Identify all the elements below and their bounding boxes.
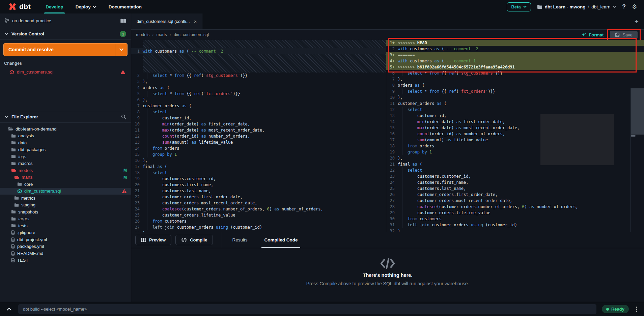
tree-item--gitignore[interactable]: .gitignore [0,229,131,236]
beta-button[interactable]: Beta [507,2,531,11]
code-line[interactable]: 14 from orders [131,145,386,151]
breadcrumb-models[interactable]: models [136,32,149,37]
tree-item-models[interactable]: modelsM [0,167,131,174]
command-input[interactable] [18,304,596,314]
code-line[interactable]: 2 select * from {{ ref('stg_customers')}… [131,73,386,79]
code-line[interactable]: 9 select * from {{ ref('fct_orders')}} [386,88,644,94]
code-line[interactable]: 7), [386,76,644,82]
tree-item-core[interactable]: core [0,181,131,188]
tree-item-marts[interactable]: martsM [0,174,131,181]
code-line[interactable]: 25 customers.last_name, [386,185,644,192]
tree-item-target[interactable]: target [0,216,131,223]
code-line[interactable]: 17final as ( [131,164,386,170]
code-line[interactable]: 8orders as ( [386,82,644,88]
code-line[interactable]: 23 customer_orders.most_recent_order_dat… [131,200,386,206]
kebab-menu-icon[interactable]: ⋮ [634,306,639,313]
help-icon[interactable]: ? [622,3,625,10]
code-line[interactable]: 27 left join customer_orders using (cust… [131,224,386,230]
save-button[interactable]: Save [610,31,638,39]
commit-dropdown-chevron-icon[interactable] [115,44,127,56]
tree-item-test[interactable]: TEST [0,257,131,264]
tab-results[interactable]: Results [231,232,249,248]
code-line[interactable]: 28 coalesce(customer_orders.number_of_or… [386,204,644,210]
code-line[interactable]: 4orders as ( [131,85,386,91]
nav-deploy[interactable]: Deploy [69,0,103,13]
settings-gear-icon[interactable]: ⚙ [632,4,637,10]
docs-book-icon[interactable] [120,19,126,23]
code-line[interactable]: 12 select [386,107,644,113]
breadcrumb-file[interactable]: dim_customers.sql [174,32,209,37]
code-line[interactable]: 6), [131,97,386,103]
new-tab-button[interactable]: + [629,13,644,29]
format-button[interactable]: Format [581,32,604,37]
code-line[interactable]: 1with customers as ( -- comment 2 [131,48,386,54]
tab-compiled-code[interactable]: Compiled Code [263,232,299,248]
code-line[interactable]: 27 customer_orders.most_recent_order_dat… [386,198,644,204]
code-line[interactable]: 29 customer_orders.lifetime_value [386,210,644,216]
scrollbar-thumb[interactable] [631,88,644,135]
tree-item-dbt-packages[interactable]: dbt_packages [0,146,131,153]
code-line[interactable]: 18 select [131,170,386,176]
account-selector[interactable]: dbt Learn - mwong / dbt_learn [537,4,616,9]
code-line[interactable]: 6 select * from {{ ref('stg_customers')}… [386,70,644,76]
code-line[interactable]: 26 customer_orders.first_order_date, [386,192,644,198]
code-line[interactable]: 31 left join customer_orders using (cust… [386,222,644,228]
code-line[interactable]: 7customer_orders as ( [131,103,386,109]
code-line[interactable]: 19 customers.customer_id, [131,176,386,182]
code-line[interactable]: 2with customers as ( -- comment 2 [386,46,644,52]
code-line[interactable]: 5+>>>>>>> b81f802a66fd544504c65721e3ffaa… [386,64,644,70]
tree-item-metrics[interactable]: metrics [0,195,131,202]
nav-develop[interactable]: Develop [39,0,69,13]
code-line[interactable]: 26 from customers [131,218,386,224]
code-line[interactable]: 10), [386,94,644,100]
compile-button[interactable]: Compile [175,235,213,245]
code-line[interactable]: 28) [131,230,386,232]
branch-row[interactable]: on-demand-practice [0,13,131,28]
code-line[interactable]: 15 group by 1 [131,151,386,157]
search-icon[interactable] [121,114,126,119]
code-line[interactable]: 32) [386,228,644,232]
tree-item-macros[interactable]: macros [0,160,131,167]
code-line[interactable]: 25 customer_orders.lifetime_value [131,212,386,218]
breadcrumb-marts[interactable]: marts [156,32,167,37]
tree-item-readme-md[interactable]: README.md [0,250,131,257]
code-line[interactable]: 13 sum(amount) as lifetime_value [131,139,386,145]
tree-item-dim-customers-sql[interactable]: dim_customers.sql [0,188,131,195]
tree-item-snapshots[interactable]: snapshots [0,208,131,216]
minimap-handle[interactable] [631,135,636,137]
tree-item-packages-yml[interactable]: packages.yml [0,243,131,250]
code-line[interactable]: 5 select * from {{ ref('fct_orders')}} [131,91,386,97]
code-line[interactable]: 30 from customers [386,216,644,222]
code-line[interactable]: 16), [131,157,386,164]
file-explorer-header[interactable]: File Explorer [0,111,131,123]
code-line[interactable]: 20 customers.first_name, [131,182,386,188]
code-line[interactable]: 3), [131,79,386,85]
commit-and-resolve-button[interactable]: Commit and resolve [3,43,128,56]
version-control-header[interactable]: Version Control 1 [0,28,131,40]
code-line[interactable]: 23 customers.customer_id, [386,173,644,179]
dbt-logo[interactable]: dbt [0,0,39,13]
code-line[interactable]: 24 customers.first_name, [386,179,644,185]
tree-item-logs[interactable]: logs [0,153,131,160]
tree-item-dbt-learn-on-demand[interactable]: dbt-learn-on-demand [0,125,131,133]
code-line[interactable]: 22 customer_orders.first_order_date, [131,194,386,200]
code-line[interactable]: 24 coalesce(customer_orders.number_of_or… [131,206,386,212]
code-line[interactable]: 21 customers.last_name, [131,188,386,194]
tab-close-icon[interactable]: × [194,19,197,24]
code-line[interactable]: 8 select [131,109,386,115]
code-line[interactable]: 11 max(order_date) as most_recent_order_… [131,127,386,133]
changed-file-dim-customers[interactable]: dim_customers.sql [3,68,128,76]
tree-item-analysis[interactable]: analysis [0,133,131,140]
code-line[interactable]: 9 customer_id, [131,115,386,121]
tab-dim-customers[interactable]: dim_customers.sql (confli... × [131,13,202,29]
tree-item-tests[interactable]: tests [0,222,131,229]
tree-item-data[interactable]: data [0,139,131,146]
code-line[interactable]: 22 select [386,167,644,173]
nav-documentation[interactable]: Documentation [103,0,148,13]
editor-pane-current[interactable]: 1with customers as ( -- comment 22 selec… [131,40,386,232]
tree-item-staging[interactable]: staging [0,202,131,209]
code-line[interactable]: 3+======= [386,52,644,58]
code-line[interactable]: 10 min(order_date) as first_order_date, [131,121,386,127]
code-line[interactable]: 4+with customers as ( -- comment 1 [386,58,644,64]
chevron-up-icon[interactable] [0,308,18,311]
